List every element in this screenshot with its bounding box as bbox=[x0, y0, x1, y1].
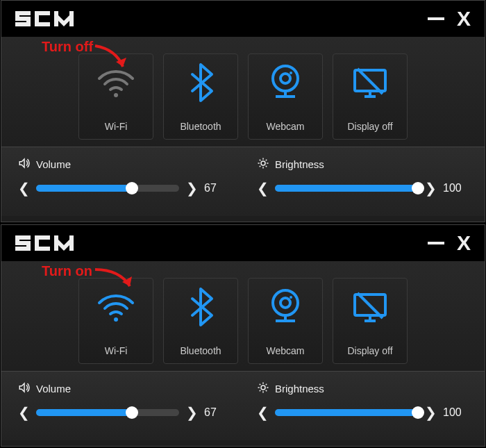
brightness-decrease[interactable]: ❮ bbox=[257, 180, 268, 197]
bluetooth-icon bbox=[178, 279, 223, 335]
svg-rect-4 bbox=[26, 17, 31, 26]
volume-increase[interactable]: ❯ bbox=[186, 404, 197, 421]
volume-decrease[interactable]: ❮ bbox=[18, 180, 29, 197]
svg-point-15 bbox=[280, 74, 290, 83]
sliders-row: Volume ❮ ❯ 67 Brightness ❮ bbox=[1, 147, 485, 216]
close-button[interactable]: X bbox=[457, 8, 471, 29]
brightness-slider[interactable] bbox=[275, 185, 418, 192]
tile-bluetooth[interactable]: Bluetooth bbox=[163, 278, 238, 364]
tile-label: Wi-Fi bbox=[105, 121, 128, 132]
volume-slider[interactable] bbox=[36, 409, 179, 416]
brightness-label: Brightness bbox=[275, 383, 324, 395]
titlebar: X bbox=[1, 1, 485, 37]
tile-label: Bluetooth bbox=[180, 121, 221, 132]
brightness-block: Brightness ❮ ❯ 100 bbox=[257, 157, 468, 206]
svg-line-27 bbox=[266, 160, 267, 161]
minimize-button[interactable] bbox=[428, 242, 444, 244]
app-logo bbox=[15, 11, 92, 26]
tile-label: Wi-Fi bbox=[105, 345, 128, 356]
tile-wifi[interactable]: Wi-Fi bbox=[78, 53, 153, 140]
brightness-increase[interactable]: ❯ bbox=[425, 404, 436, 421]
speaker-icon bbox=[18, 157, 31, 172]
svg-line-54 bbox=[260, 390, 261, 392]
tile-label: Webcam bbox=[267, 345, 305, 356]
brightness-icon bbox=[257, 381, 269, 396]
svg-line-24 bbox=[260, 160, 261, 161]
annotation-label: Turn on bbox=[42, 263, 92, 279]
brightness-slider[interactable] bbox=[275, 409, 418, 416]
speaker-icon bbox=[18, 381, 31, 396]
svg-line-53 bbox=[266, 390, 267, 392]
tile-display-off[interactable]: Display off bbox=[333, 278, 408, 364]
brightness-value: 100 bbox=[443, 406, 468, 419]
svg-point-41 bbox=[114, 317, 118, 322]
tile-label: Bluetooth bbox=[180, 345, 221, 356]
tile-wifi[interactable]: Wi-Fi bbox=[78, 278, 153, 364]
minimize-button[interactable] bbox=[428, 17, 444, 20]
svg-line-25 bbox=[266, 166, 267, 167]
svg-line-26 bbox=[260, 166, 261, 167]
brightness-increase[interactable]: ❯ bbox=[425, 180, 436, 197]
webcam-icon bbox=[263, 279, 308, 335]
svg-rect-3 bbox=[15, 11, 19, 21]
tile-bluetooth[interactable]: Bluetooth bbox=[163, 53, 238, 140]
webcam-icon bbox=[263, 54, 308, 111]
volume-slider[interactable] bbox=[36, 185, 179, 192]
volume-label: Volume bbox=[36, 158, 71, 170]
wifi-icon bbox=[94, 54, 138, 111]
display-off-icon bbox=[348, 279, 392, 335]
scm-panel: X Turn on Wi-Fi Bluetooth bbox=[1, 224, 485, 447]
volume-value: 67 bbox=[204, 406, 229, 419]
svg-rect-32 bbox=[26, 241, 31, 251]
app-logo bbox=[15, 235, 92, 251]
scm-panel: X Turn off Wi-Fi Bluetooth bbox=[1, 0, 485, 222]
volume-increase[interactable]: ❯ bbox=[186, 180, 197, 197]
svg-point-44 bbox=[290, 296, 292, 299]
svg-line-52 bbox=[260, 384, 261, 385]
volume-block: Volume ❮ ❯ 67 bbox=[18, 381, 229, 431]
tile-label: Webcam bbox=[267, 121, 305, 132]
brightness-icon bbox=[257, 157, 269, 172]
sliders-row: Volume ❮ ❯ 67 Brightness ❮ bbox=[1, 371, 485, 440]
close-button[interactable]: X bbox=[457, 233, 471, 254]
titlebar: X bbox=[1, 225, 485, 261]
svg-point-16 bbox=[290, 72, 292, 74]
svg-point-43 bbox=[280, 298, 290, 308]
svg-point-14 bbox=[273, 66, 298, 91]
volume-value: 67 bbox=[204, 182, 229, 194]
tile-label: Display off bbox=[347, 345, 392, 356]
wifi-icon bbox=[94, 279, 138, 335]
brightness-decrease[interactable]: ❮ bbox=[257, 404, 268, 421]
volume-block: Volume ❮ ❯ 67 bbox=[18, 157, 229, 206]
brightness-label: Brightness bbox=[275, 158, 324, 170]
svg-point-47 bbox=[261, 385, 265, 390]
svg-point-13 bbox=[114, 93, 118, 97]
display-off-icon bbox=[348, 54, 392, 111]
tile-webcam[interactable]: Webcam bbox=[248, 278, 323, 364]
svg-point-42 bbox=[273, 290, 298, 315]
brightness-value: 100 bbox=[443, 182, 468, 194]
svg-rect-31 bbox=[15, 235, 19, 245]
volume-label: Volume bbox=[36, 383, 71, 395]
bluetooth-icon bbox=[178, 54, 223, 111]
brightness-block: Brightness ❮ ❯ 100 bbox=[257, 381, 468, 431]
annotation-label: Turn off bbox=[42, 39, 93, 55]
svg-rect-35 bbox=[35, 247, 50, 251]
svg-rect-7 bbox=[35, 22, 50, 26]
svg-line-55 bbox=[266, 384, 267, 385]
tile-display-off[interactable]: Display off bbox=[333, 53, 408, 140]
tile-webcam[interactable]: Webcam bbox=[248, 53, 323, 140]
volume-decrease[interactable]: ❮ bbox=[18, 404, 29, 421]
svg-point-19 bbox=[261, 161, 265, 165]
tile-label: Display off bbox=[347, 121, 392, 132]
